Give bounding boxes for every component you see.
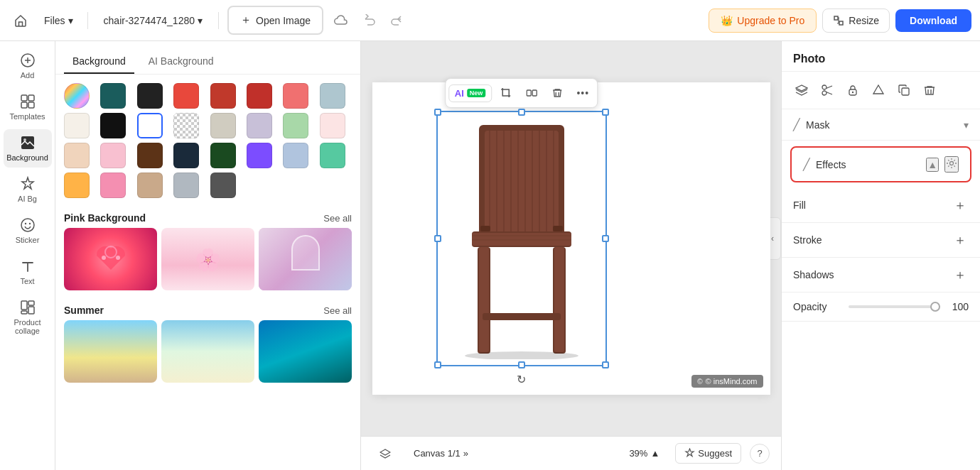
svg-rect-40: [554, 247, 564, 352]
handle-top-right[interactable]: [602, 109, 609, 116]
color-swatch-rose[interactable]: [100, 173, 126, 198]
color-swatch-gradient[interactable]: [64, 83, 90, 109]
scissors-icon-button[interactable]: [816, 79, 839, 102]
summer-preview-beach[interactable]: [64, 320, 157, 383]
download-button[interactable]: Download: [895, 9, 971, 32]
svg-rect-14: [28, 307, 34, 314]
sidebar-item-add[interactable]: Add: [4, 47, 52, 85]
color-swatch-lavender[interactable]: [247, 113, 272, 138]
color-swatch-forest[interactable]: [210, 143, 236, 168]
shadows-section-header[interactable]: Shadows ＋: [782, 258, 980, 292]
shadows-add-button[interactable]: ＋: [952, 266, 969, 283]
color-swatch-brown[interactable]: [137, 143, 163, 168]
color-swatch-purple[interactable]: [247, 143, 272, 168]
color-swatch-navy[interactable]: [173, 143, 199, 168]
ai-edit-button[interactable]: AI New: [448, 84, 492, 102]
handle-bottom-center[interactable]: [518, 361, 525, 368]
pink-section-title: Pink Background: [64, 212, 146, 224]
pink-see-all-button[interactable]: See all: [323, 213, 352, 224]
color-swatch-blush[interactable]: [320, 113, 345, 138]
pink-preview-window[interactable]: [259, 228, 352, 290]
files-menu-button[interactable]: Files ▾: [38, 11, 79, 31]
handle-bottom-left[interactable]: [434, 361, 441, 368]
fill-add-button[interactable]: ＋: [952, 197, 969, 214]
sidebar-item-product-collage[interactable]: Product collage: [4, 294, 52, 341]
summer-preview-water[interactable]: [259, 320, 352, 383]
tab-ai-background[interactable]: AI Background: [140, 50, 222, 74]
mask-section-title: ╱ Mask: [793, 118, 829, 131]
sidebar-item-templates[interactable]: Templates: [4, 88, 52, 126]
color-swatch-silver[interactable]: [173, 173, 199, 198]
color-swatch-gray-warm[interactable]: [210, 113, 236, 138]
canvas-container[interactable]: ‹ AI New: [361, 41, 781, 436]
color-swatch-peach[interactable]: [64, 143, 90, 168]
upgrade-to-pro-button[interactable]: 👑 Upgrade to Pro: [709, 9, 817, 33]
rotate-handle[interactable]: ↻: [515, 372, 529, 386]
chair-selected-element[interactable]: AI New: [436, 111, 607, 366]
fill-section-header[interactable]: Fill ＋: [782, 188, 980, 222]
pink-preview-heart[interactable]: [64, 228, 157, 290]
crop-button[interactable]: [495, 82, 517, 104]
color-swatch-dark-gray[interactable]: [210, 173, 236, 198]
resize-button[interactable]: Resize: [822, 9, 890, 33]
mask-section-header[interactable]: ╱ Mask ▾: [782, 109, 980, 140]
delete-button[interactable]: [546, 82, 569, 104]
cloud-sync-button[interactable]: [329, 9, 353, 33]
redo-button[interactable]: [386, 10, 407, 31]
color-swatch-seafoam[interactable]: [320, 143, 345, 168]
color-swatch-white[interactable]: [137, 113, 163, 138]
stroke-section-header[interactable]: Stroke ＋: [782, 223, 980, 257]
zoom-control[interactable]: 39% ▲: [622, 444, 667, 463]
color-swatch-lightblue[interactable]: [320, 83, 345, 109]
effects-section-header[interactable]: ╱ Effects ▲: [792, 148, 970, 181]
color-swatch-salmon[interactable]: [283, 83, 308, 109]
opacity-slider[interactable]: [849, 305, 940, 308]
shape-icon-button[interactable]: [867, 79, 890, 102]
filename-button[interactable]: chair-3274474_1280 ▾: [97, 11, 210, 31]
color-swatch-red3[interactable]: [247, 83, 272, 109]
color-swatch-steel-blue[interactable]: [283, 143, 308, 168]
pink-preview-floral[interactable]: 🌸: [161, 228, 254, 290]
color-swatch-teal[interactable]: [100, 83, 126, 109]
open-image-button[interactable]: ＋ Open Image: [227, 6, 323, 35]
sidebar-item-text[interactable]: Text: [4, 253, 52, 291]
help-button[interactable]: ?: [750, 444, 770, 464]
summer-preview-sky[interactable]: [161, 320, 254, 383]
tab-background[interactable]: Background: [64, 50, 134, 74]
color-swatch-orange[interactable]: [64, 173, 90, 198]
delete-icon-button[interactable]: [918, 79, 941, 102]
summer-see-all-button[interactable]: See all: [323, 305, 352, 316]
handle-top-center[interactable]: [518, 109, 525, 116]
color-swatch-pink[interactable]: [100, 143, 126, 168]
color-swatch-black1[interactable]: [137, 83, 163, 109]
flip-button[interactable]: [520, 82, 543, 104]
color-swatch-red2[interactable]: [210, 83, 236, 109]
color-swatch-red1[interactable]: [173, 83, 199, 109]
sidebar-item-background[interactable]: Background: [4, 129, 52, 168]
stroke-add-button[interactable]: ＋: [952, 231, 969, 248]
canvas-label-button[interactable]: Canvas 1/1 »: [406, 444, 475, 463]
color-swatch-tan[interactable]: [137, 173, 163, 198]
handle-middle-right[interactable]: [602, 235, 609, 242]
layers-button[interactable]: [372, 444, 398, 464]
sidebar-item-sticker[interactable]: Sticker: [4, 212, 52, 250]
more-options-button[interactable]: •••: [571, 82, 594, 104]
handle-middle-left[interactable]: [434, 235, 441, 242]
copy-icon-button[interactable]: [893, 79, 915, 102]
handle-top-left[interactable]: [434, 109, 441, 116]
shadows-section: Shadows ＋: [782, 258, 980, 293]
suggest-button[interactable]: Suggest: [675, 443, 741, 464]
color-swatch-mint[interactable]: [283, 113, 308, 138]
effects-settings-button[interactable]: [944, 156, 959, 173]
color-swatch-black2[interactable]: [100, 113, 126, 138]
lock-icon-button[interactable]: [841, 79, 864, 102]
undo-button[interactable]: [359, 10, 380, 31]
handle-bottom-right[interactable]: [602, 361, 609, 368]
canvas-board[interactable]: AI New: [372, 82, 770, 395]
color-swatch-cream[interactable]: [64, 113, 90, 138]
home-button[interactable]: [9, 9, 33, 33]
color-swatch-transparent[interactable]: [173, 113, 199, 138]
effects-collapse-button[interactable]: ▲: [926, 158, 939, 172]
sidebar-item-ai-background[interactable]: AI Bg: [4, 170, 52, 209]
layers-icon-button[interactable]: [790, 79, 813, 102]
